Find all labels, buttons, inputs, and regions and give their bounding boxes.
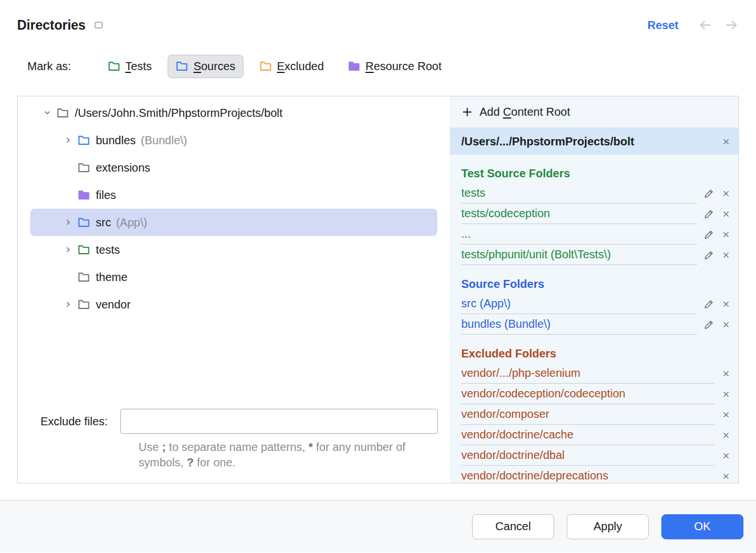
folder-entry-underline: bundles (Bundle\) [461, 314, 697, 335]
remove-icon[interactable] [720, 450, 731, 461]
folder-entry-underline: src (App\) [461, 294, 697, 314]
tree-row[interactable]: /Users/John.Smith/PhpstormProjects/bolt [30, 99, 437, 127]
tree-row[interactable]: files [30, 181, 437, 209]
edit-pencil-icon[interactable] [703, 208, 714, 219]
excluded-folder-icon [259, 60, 272, 72]
chevron-right-icon[interactable] [59, 245, 78, 254]
remove-icon[interactable] [720, 470, 731, 482]
folder-path[interactable]: tests [461, 186, 485, 200]
tree-row[interactable]: theme [30, 263, 437, 291]
remove-icon[interactable] [720, 429, 731, 441]
mark-as-option-label: Sources [193, 60, 235, 73]
folder-path[interactable]: vendor/codeception/codeception [461, 387, 625, 400]
folder-path[interactable]: bundles (Bundle\) [461, 318, 551, 331]
folder-path[interactable]: tests/phpunit/unit (Bolt\Tests\) [461, 248, 611, 261]
tree-row[interactable]: vendor [30, 291, 437, 318]
remove-icon[interactable] [720, 208, 731, 219]
edit-pencil-icon[interactable] [703, 249, 714, 261]
directory-tree: /Users/John.Smith/PhpstormProjects/boltb… [18, 99, 450, 318]
remove-icon[interactable] [720, 368, 731, 379]
add-content-root-button[interactable]: Add Content Root [450, 96, 738, 128]
mark-as-option-label: Excluded [277, 60, 324, 73]
chevron-slot [59, 163, 78, 172]
tree-row[interactable]: bundles(Bundle\) [30, 127, 437, 154]
edit-pencil-icon[interactable] [703, 319, 714, 330]
exclude-files-input[interactable] [120, 409, 438, 434]
tree-item-package-suffix: (Bundle\) [141, 134, 187, 147]
remove-content-root-icon[interactable] [720, 136, 731, 147]
mark-as-sources-button[interactable]: Sources [168, 55, 243, 78]
mnemonic-letter: C [503, 105, 511, 118]
folder-path[interactable]: src (App\) [461, 297, 511, 310]
folder-entry-underline: vendor/.../php-selenium [461, 363, 714, 384]
folder-path[interactable]: vendor/doctrine/dbal [461, 449, 564, 462]
remove-icon[interactable] [720, 249, 731, 261]
chevron-right-icon[interactable] [59, 136, 78, 145]
folder-icon [78, 161, 90, 174]
folder-entry-underline: vendor/doctrine/cache [461, 425, 714, 445]
folder-sections: Test Source Foldersteststests/codeceptio… [450, 154, 738, 483]
chevron-right-icon[interactable] [59, 300, 78, 309]
exclude-files-section: Exclude files: Use ; to separate name pa… [18, 409, 450, 483]
tree-item-name: extensions [96, 161, 151, 174]
forward-arrow-icon[interactable] [724, 17, 740, 33]
folder-path[interactable]: vendor/composer [461, 408, 550, 421]
folder-entry-underline: vendor/doctrine/dbal [461, 445, 714, 466]
tree-item-name: src [96, 216, 111, 229]
folder-path[interactable]: tests/codeception [461, 207, 550, 220]
page-title: Directories [17, 18, 86, 33]
exclude-files-label: Exclude files: [40, 415, 108, 428]
back-arrow-icon[interactable] [697, 17, 713, 33]
dialog-footer: Cancel Apply OK [0, 500, 756, 552]
tree-item-name: /Users/John.Smith/PhpstormProjects/bolt [75, 107, 283, 120]
section-title: Excluded Folders [461, 347, 731, 360]
tree-row[interactable]: extensions [30, 154, 437, 181]
dialog-header: Directories Reset [0, 0, 756, 38]
remove-icon[interactable] [720, 298, 731, 310]
content-roots-panel: Add Content Root /Users/.../PhpstormProj… [450, 96, 738, 483]
folder-icon [78, 271, 90, 283]
edit-pencil-icon[interactable] [703, 229, 714, 240]
mark-as-resource-root-button[interactable]: Resource Root [340, 55, 449, 78]
content-root-row[interactable]: /Users/.../PhpstormProjects/bolt [450, 128, 738, 154]
remove-icon[interactable] [720, 409, 731, 420]
mark-as-tests-button[interactable]: Tests [100, 55, 160, 78]
tree-row[interactable]: tests [30, 236, 437, 263]
edit-pencil-icon[interactable] [703, 188, 714, 199]
tree-item-name: vendor [96, 298, 131, 311]
folder-entry: src (App\) [461, 294, 731, 314]
apply-button[interactable]: Apply [567, 514, 649, 539]
mnemonic-letter: S [193, 60, 201, 72]
mark-as-excluded-button[interactable]: Excluded [251, 55, 332, 78]
remove-icon[interactable] [720, 388, 731, 400]
folder-icon [78, 216, 90, 229]
ok-button[interactable]: OK [661, 514, 743, 539]
panel-toggle-icon[interactable] [94, 20, 104, 30]
tree-item-name: bundles [96, 134, 136, 147]
folder-icon [78, 298, 90, 311]
folder-entry: vendor/doctrine/cache [461, 425, 731, 445]
reset-link[interactable]: Reset [648, 19, 678, 32]
folder-entry: tests/codeception [461, 204, 731, 224]
chevron-down-icon[interactable] [38, 108, 56, 117]
remove-icon[interactable] [720, 319, 731, 330]
chevron-slot [59, 273, 78, 282]
cancel-button[interactable]: Cancel [472, 514, 554, 539]
remove-icon[interactable] [720, 229, 731, 240]
folder-path[interactable]: vendor/.../php-selenium [461, 367, 580, 380]
folder-path[interactable]: ... [461, 227, 471, 241]
folder-entry-underline: vendor/composer [461, 404, 714, 425]
remove-icon[interactable] [720, 188, 731, 199]
folder-icon [56, 107, 69, 119]
tree-row[interactable]: src(App\) [30, 209, 437, 236]
folder-path[interactable]: vendor/doctrine/deprecations [461, 469, 608, 482]
mnemonic-letter: R [365, 60, 373, 72]
folder-icon [78, 243, 90, 256]
folder-entry-underline: vendor/doctrine/deprecations [461, 466, 714, 483]
chevron-right-icon[interactable] [59, 218, 78, 227]
tree-item-name: tests [96, 243, 120, 257]
folder-entry: vendor/codeception/codeception [461, 384, 731, 404]
tree-item-name: theme [96, 271, 128, 284]
folder-path[interactable]: vendor/doctrine/cache [461, 428, 574, 441]
edit-pencil-icon[interactable] [703, 298, 714, 310]
